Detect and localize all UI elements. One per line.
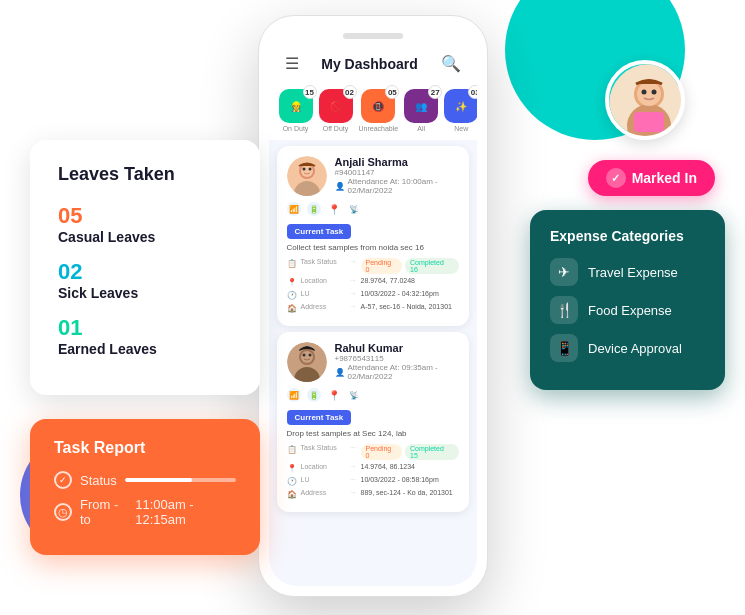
battery-icon-2: 🔋 [307, 388, 321, 402]
current-task-btn[interactable]: Current Task [287, 224, 352, 239]
task-report-title: Task Report [54, 439, 236, 457]
rahul-location: 📍 Location → 14.9764, 86.1234 [287, 463, 459, 473]
task-time: 11:00am - 12:15am [135, 497, 236, 527]
rahul-id: +9876543115 [335, 354, 459, 363]
cat-on-duty[interactable]: 👷 15 On Duty [279, 89, 313, 132]
expense-title: Expense Categories [550, 228, 705, 244]
rahul-status-badges: Pending 0 Completed 15 [361, 444, 459, 460]
earned-leave-label: Earned Leaves [58, 341, 232, 357]
employee-card-anjali: Anjali Sharma #94001147 👤 Attendance At:… [277, 146, 469, 326]
anjali-task-status: 📋 Task Status → Pending 0 Completed 16 [287, 258, 459, 274]
rahul-avatar [287, 342, 327, 382]
rahul-lu: 🕐 LU → 10/03/2022 - 08:58:16pm [287, 476, 459, 486]
category-row: 👷 15 On Duty 🚫 02 Off Duty 📵 05 [269, 81, 477, 140]
all-badge: 27 [428, 85, 442, 99]
cat-new[interactable]: ✨ 03 New [444, 89, 476, 132]
current-task-btn-2[interactable]: Current Task [287, 410, 352, 425]
check-circle-icon: ✓ [606, 168, 626, 188]
travel-icon: ✈ [550, 258, 578, 286]
rahul-icons: 📶 🔋 📍 📡 [287, 388, 459, 402]
svg-rect-18 [634, 112, 664, 132]
unreachable-badge: 05 [385, 85, 399, 99]
all-icon[interactable]: 👥 27 [404, 89, 438, 123]
battery-icon: 🔋 [307, 202, 321, 216]
notch-bar [343, 33, 403, 39]
casual-leave-label: Casual Leaves [58, 229, 232, 245]
sick-leave-count: 02 [58, 259, 232, 285]
on-duty-label: On Duty [283, 125, 309, 132]
food-label: Food Expense [588, 303, 672, 318]
hamburger-icon[interactable]: ☰ [285, 54, 299, 73]
cat-unreachable[interactable]: 📵 05 Unreachable [359, 89, 399, 132]
off-duty-icon[interactable]: 🚫 02 [319, 89, 353, 123]
marked-in-label: Marked In [632, 170, 697, 186]
anjali-task-desc: Collect test samples from noida sec 16 [287, 243, 459, 252]
svg-point-3 [301, 165, 313, 177]
travel-label: Travel Expense [588, 265, 678, 280]
off-duty-badge: 02 [343, 85, 357, 99]
phone-header: ☰ My Dashboard 🔍 [269, 46, 477, 81]
casual-leave: 05 Casual Leaves [58, 203, 232, 245]
cat-off-duty[interactable]: 🚫 02 Off Duty [319, 89, 353, 132]
device-icon: 📱 [550, 334, 578, 362]
expense-item-device[interactable]: 📱 Device Approval [550, 334, 705, 362]
task-status-row: Status [54, 471, 236, 489]
svg-point-4 [302, 168, 305, 171]
new-label: New [454, 125, 468, 132]
clock-icon [54, 503, 72, 521]
new-badge: 03 [468, 85, 476, 99]
status-fill [125, 478, 192, 482]
earned-leave: 01 Earned Leaves [58, 315, 232, 357]
svg-point-9 [301, 351, 313, 363]
wifi-icon-2: 📡 [347, 388, 361, 402]
on-duty-icon[interactable]: 👷 15 [279, 89, 313, 123]
anjali-attendance: 👤 Attendance At: 10:00am - 02/Mar/2022 [335, 177, 459, 195]
expense-item-travel[interactable]: ✈ Travel Expense [550, 258, 705, 286]
rahul-attendance: 👤 Attendance At: 09:35am - 02/Mar/2022 [335, 363, 459, 381]
user-avatar [605, 60, 685, 140]
expense-item-food[interactable]: 🍴 Food Expense [550, 296, 705, 324]
phone-outer: ☰ My Dashboard 🔍 👷 15 On Duty 🚫 02 [258, 15, 488, 597]
location-icon-2: 📍 [327, 388, 341, 402]
svg-point-5 [308, 168, 311, 171]
task-time-row: From - to 11:00am - 12:15am [54, 497, 236, 527]
status-label: Status [80, 473, 117, 488]
phone-inner: ☰ My Dashboard 🔍 👷 15 On Duty 🚫 02 [269, 26, 477, 586]
phone-notch [269, 26, 477, 46]
phone-mockup: ☰ My Dashboard 🔍 👷 15 On Duty 🚫 02 [258, 15, 488, 597]
from-label: From - to [80, 497, 127, 527]
svg-point-11 [308, 354, 311, 357]
phone-title: My Dashboard [321, 56, 417, 72]
anjali-info: Anjali Sharma #94001147 👤 Attendance At:… [335, 156, 459, 196]
unreachable-label: Unreachable [359, 125, 399, 132]
anjali-lu: 🕐 LU → 10/03/2022 - 04:32:16pm [287, 290, 459, 300]
all-label: All [417, 125, 425, 132]
leaves-title: Leaves Taken [58, 164, 232, 185]
cat-all[interactable]: 👥 27 All [404, 89, 438, 132]
anjali-icons: 📶 🔋 📍 📡 [287, 202, 459, 216]
anjali-id: #94001147 [335, 168, 459, 177]
casual-leave-count: 05 [58, 203, 232, 229]
anjali-status-badges: Pending 0 Completed 16 [361, 258, 459, 274]
new-icon[interactable]: ✨ 03 [444, 89, 476, 123]
search-icon[interactable]: 🔍 [441, 54, 461, 73]
svg-point-10 [302, 354, 305, 357]
rahul-address: 🏠 Address → 889, sec-124 - Ko da, 201301 [287, 489, 459, 499]
svg-point-15 [637, 82, 661, 106]
sick-leave-label: Sick Leaves [58, 285, 232, 301]
anjali-address: 🏠 Address → A-57, sec-16 - Noida, 201301 [287, 303, 459, 313]
off-duty-label: Off Duty [323, 125, 349, 132]
unreachable-icon[interactable]: 📵 05 [361, 89, 395, 123]
svg-point-17 [652, 90, 657, 95]
leaves-card: Leaves Taken 05 Casual Leaves 02 Sick Le… [30, 140, 260, 395]
anjali-location: 📍 Location → 28.9764, 77.0248 [287, 277, 459, 287]
emp-header-anjali: Anjali Sharma #94001147 👤 Attendance At:… [287, 156, 459, 196]
task-report-card: Task Report Status From - to 11:00am - 1… [30, 419, 260, 555]
marked-in-badge: ✓ Marked In [588, 160, 715, 196]
anjali-name: Anjali Sharma [335, 156, 459, 168]
food-icon: 🍴 [550, 296, 578, 324]
rahul-name: Rahul Kumar [335, 342, 459, 354]
rahul-task-status: 📋 Task Status → Pending 0 Completed 15 [287, 444, 459, 460]
svg-point-16 [642, 90, 647, 95]
status-bar [125, 478, 236, 482]
